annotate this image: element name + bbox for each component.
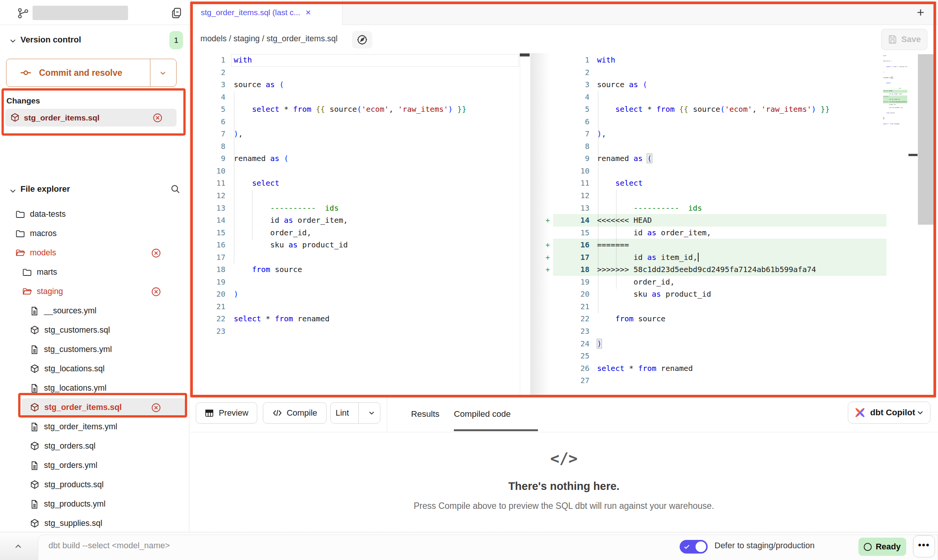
code-line-22[interactable]: 22 from source <box>546 313 886 325</box>
connection-status-badge[interactable]: Ready <box>858 538 906 556</box>
code-line-23[interactable]: 23 <box>546 325 886 338</box>
chevron-down-icon[interactable] <box>8 36 17 45</box>
discard-change-icon[interactable] <box>151 248 161 258</box>
file-tree-item-stg-products-yml[interactable]: stg_products.yml <box>0 494 189 514</box>
code-line-13[interactable]: 13 ---------- ids <box>546 202 886 214</box>
file-tree-item-stg-products-sql[interactable]: stg_products.sql <box>0 475 189 494</box>
tab-compiled-code[interactable]: Compiled code <box>454 397 511 431</box>
code-line-25[interactable]: 25 <box>546 350 886 362</box>
code-line-18[interactable]: +18>>>>>>> 58c1dd23d5eebd9cd2495fa7124ab… <box>546 263 886 276</box>
code-line-2[interactable]: 2 <box>546 66 886 79</box>
code-line-13[interactable]: 13 ---------- ids <box>192 202 520 214</box>
code-line-23[interactable]: 23 <box>192 325 520 338</box>
code-line-4[interactable]: 4 <box>192 91 520 103</box>
branch-icon[interactable] <box>17 7 30 20</box>
code-line-5[interactable]: 5 select * from {{ source('ecom', 'raw_i… <box>546 103 886 116</box>
code-line-7[interactable]: 7), <box>192 128 520 140</box>
code-line-14[interactable]: +14<<<<<<< HEAD <box>546 214 886 227</box>
code-line-19[interactable]: 19 order_id, <box>546 276 886 288</box>
code-line-11[interactable]: 11 select <box>192 177 520 189</box>
compile-button[interactable]: Compile <box>263 402 327 424</box>
code-line-15[interactable]: 15 order_id, <box>192 227 520 239</box>
file-tree-item-stg-order-items-sql[interactable]: stg_order_items.sql <box>0 398 189 417</box>
file-tree-item-models[interactable]: models <box>0 243 189 263</box>
code-line-21[interactable]: 21 <box>546 300 886 313</box>
code-line-17[interactable]: +17 id as item_id, <box>546 251 886 264</box>
file-tree-item-stg-supplies-sql[interactable]: stg_supplies.sql <box>0 514 189 533</box>
lint-split-button[interactable]: Lint <box>330 402 380 424</box>
code-line-24[interactable]: 24) <box>546 338 886 350</box>
file-tree-item-staging[interactable]: staging <box>0 282 189 301</box>
chevron-down-icon[interactable] <box>8 186 17 196</box>
tab-results[interactable]: Results <box>411 397 439 431</box>
code-line-9[interactable]: 9renamed as ( <box>546 152 886 165</box>
overflow-menu-button[interactable]: ••• <box>913 535 935 557</box>
file-tree-item-stg-locations-sql[interactable]: stg_locations.sql <box>0 359 189 379</box>
file-tree-item--sources-yml[interactable]: __sources.yml <box>0 301 189 321</box>
file-tree-item-stg-orders-sql[interactable]: stg_orders.sql <box>0 436 189 456</box>
dbt-copilot-button[interactable]: dbt Copilot <box>848 402 930 424</box>
code-line-27[interactable]: 27 <box>546 374 886 387</box>
collapse-chevron-icon[interactable] <box>11 540 25 554</box>
copy-docs-icon[interactable] <box>170 6 183 20</box>
code-line-18[interactable]: 18 from source <box>192 263 520 276</box>
code-line-8[interactable]: 8 <box>546 140 886 153</box>
commit-dropdown-chevron-icon[interactable] <box>158 69 168 77</box>
file-tree-item-data-tests[interactable]: data-tests <box>0 205 189 224</box>
code-line-4[interactable]: 4 <box>546 91 886 103</box>
lint-dropdown-chevron-icon[interactable] <box>363 409 380 417</box>
preview-button[interactable]: Preview <box>196 402 257 424</box>
file-tree-item-stg-order-items-yml[interactable]: stg_order_items.yml <box>0 417 189 436</box>
search-icon[interactable] <box>170 183 181 195</box>
save-button[interactable]: Save <box>881 29 927 50</box>
editor-pane-modified[interactable]: 1with23source as (45 select * from {{ so… <box>546 54 886 387</box>
commit-and-resolve-button[interactable]: Commit and resolve <box>6 59 177 87</box>
lineage-compass-button[interactable] <box>352 31 372 48</box>
editor-pane-original[interactable]: 1with23source as (45 select * from {{ so… <box>192 54 520 338</box>
editor-scrollbar-thumb[interactable] <box>918 54 935 225</box>
tab-close-icon[interactable]: × <box>306 7 311 18</box>
code-line-2[interactable]: 2 <box>192 66 520 79</box>
code-line-22[interactable]: 22select * from renamed <box>192 313 520 325</box>
code-line-14[interactable]: 14 id as order_item, <box>192 214 520 227</box>
file-tree-item-macros[interactable]: macros <box>0 224 189 243</box>
code-line-20[interactable]: 20) <box>192 288 520 300</box>
code-line-9[interactable]: 9renamed as ( <box>192 152 520 165</box>
changed-file-row[interactable]: stg_order_items.sql <box>5 109 177 127</box>
code-line-19[interactable]: 19 <box>192 276 520 288</box>
code-line-12[interactable]: 12 <box>192 189 520 202</box>
command-input-placeholder[interactable]: dbt build --select <model_name> <box>48 541 170 551</box>
discard-change-icon[interactable] <box>151 286 161 297</box>
code-line-7[interactable]: 7), <box>546 128 886 140</box>
code-line-1[interactable]: 1with <box>192 54 520 66</box>
new-tab-button[interactable]: + <box>913 5 928 20</box>
file-tree-item-stg-customers-sql[interactable]: stg_customers.sql <box>0 321 189 340</box>
code-line-20[interactable]: 20 sku as product_id <box>546 288 886 300</box>
file-tree-item-stg-orders-yml[interactable]: stg_orders.yml <box>0 456 189 475</box>
file-tree-item-stg-locations-yml[interactable]: stg_locations.yml <box>0 379 189 398</box>
minimap[interactable]: withsource as ( select * from {{ source(… <box>883 55 907 128</box>
code-line-3[interactable]: 3source as ( <box>546 78 886 91</box>
code-line-16[interactable]: 16 sku as product_id <box>192 239 520 251</box>
code-line-10[interactable]: 10 <box>192 165 520 177</box>
code-line-8[interactable]: 8 <box>192 140 520 153</box>
code-line-21[interactable]: 21 <box>192 300 520 313</box>
file-tree-item-stg-customers-yml[interactable]: stg_customers.yml <box>0 340 189 359</box>
code-line-10[interactable]: 10 <box>546 165 886 177</box>
file-tree-item-marts[interactable]: marts <box>0 263 189 282</box>
code-line-16[interactable]: +16======= <box>546 239 886 251</box>
discard-change-icon[interactable] <box>151 402 161 413</box>
code-line-15[interactable]: 15 id as order_item, <box>546 227 886 239</box>
code-line-26[interactable]: 26select * from renamed <box>546 362 886 375</box>
code-line-12[interactable]: 12 <box>546 189 886 202</box>
code-line-3[interactable]: 3source as ( <box>192 78 520 91</box>
code-line-5[interactable]: 5 select * from {{ source('ecom', 'raw_i… <box>192 103 520 116</box>
code-line-6[interactable]: 6 <box>192 116 520 128</box>
defer-toggle[interactable] <box>680 540 708 554</box>
left-scrollbar-thumb[interactable] <box>520 53 530 56</box>
code-line-6[interactable]: 6 <box>546 116 886 128</box>
tab-stg-order-items[interactable]: stg_order_items.sql (last c... × <box>191 0 342 25</box>
code-line-11[interactable]: 11 select <box>546 177 886 189</box>
code-line-17[interactable]: 17 <box>192 251 520 264</box>
discard-change-icon[interactable] <box>152 113 163 123</box>
